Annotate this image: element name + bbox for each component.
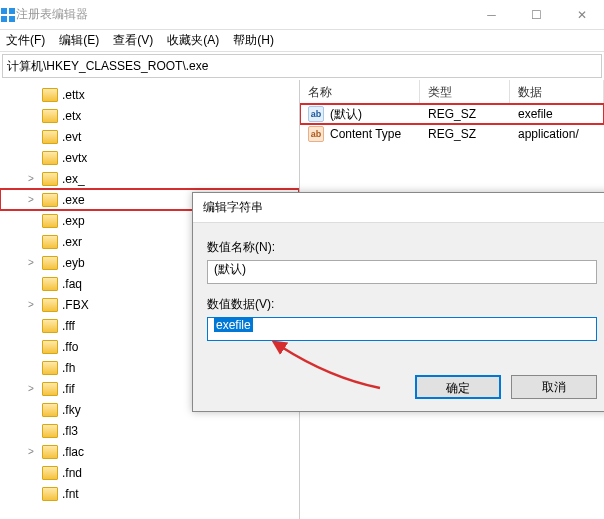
menu-file[interactable]: 文件(F) [6, 32, 45, 49]
folder-icon [42, 88, 58, 102]
folder-icon [42, 109, 58, 123]
edit-string-dialog: 编辑字符串 数值名称(N): (默认) 数值数据(V): exefile 确定 … [192, 192, 604, 412]
minimize-button[interactable]: ─ [469, 0, 514, 30]
tree-item[interactable]: >.flac [0, 441, 299, 462]
dialog-buttons: 确定 取消 [415, 375, 597, 399]
tree-item-label: .evtx [62, 151, 87, 165]
tree-item-label: .exp [62, 214, 85, 228]
value-type: REG_SZ [420, 127, 510, 141]
tree-item-label: .etx [62, 109, 81, 123]
chevron-icon[interactable]: > [26, 173, 36, 184]
chevron-icon[interactable]: > [26, 383, 36, 394]
svg-rect-0 [1, 8, 7, 14]
tree-item[interactable]: .evt [0, 126, 299, 147]
folder-icon [42, 214, 58, 228]
value-name: Content Type [328, 127, 420, 141]
tree-item-label: .ettx [62, 88, 85, 102]
folder-icon [42, 235, 58, 249]
tree-item-label: .FBX [62, 298, 89, 312]
string-icon: ab [308, 126, 324, 142]
tree-item[interactable]: .fnt [0, 483, 299, 504]
tree-item-label: .ex_ [62, 172, 85, 186]
folder-icon [42, 130, 58, 144]
menu-help[interactable]: 帮助(H) [233, 32, 274, 49]
folder-icon [42, 256, 58, 270]
folder-icon [42, 277, 58, 291]
app-icon [0, 7, 16, 23]
value-name-input[interactable]: (默认) [207, 260, 597, 284]
string-icon: ab [308, 106, 324, 122]
svg-rect-1 [9, 8, 15, 14]
tree-item[interactable]: >.ex_ [0, 168, 299, 189]
tree-item-label: .evt [62, 130, 81, 144]
tree-item-label: .fky [62, 403, 81, 417]
folder-icon [42, 382, 58, 396]
tree-item-label: .eyb [62, 256, 85, 270]
menu-view[interactable]: 查看(V) [113, 32, 153, 49]
tree-item-label: .exr [62, 235, 82, 249]
folder-icon [42, 319, 58, 333]
value-name-label: 数值名称(N): [207, 239, 597, 256]
value-row[interactable]: abContent TypeREG_SZapplication/ [300, 124, 604, 144]
value-data: exefile [510, 107, 604, 121]
titlebar: 注册表编辑器 ─ ☐ ✕ [0, 0, 604, 30]
folder-icon [42, 298, 58, 312]
value-data-label: 数值数据(V): [207, 296, 597, 313]
values-header: 名称 类型 数据 [300, 80, 604, 104]
folder-icon [42, 424, 58, 438]
folder-icon [42, 466, 58, 480]
dialog-title: 编辑字符串 [193, 193, 604, 223]
col-type[interactable]: 类型 [420, 80, 510, 103]
tree-item-label: .fh [62, 361, 75, 375]
folder-icon [42, 151, 58, 165]
value-type: REG_SZ [420, 107, 510, 121]
folder-icon [42, 487, 58, 501]
address-bar[interactable]: 计算机\HKEY_CLASSES_ROOT\.exe [2, 54, 602, 78]
address-text: 计算机\HKEY_CLASSES_ROOT\.exe [7, 58, 208, 75]
value-data: application/ [510, 127, 604, 141]
menu-favorites[interactable]: 收藏夹(A) [167, 32, 219, 49]
ok-button[interactable]: 确定 [415, 375, 501, 399]
tree-item-label: .flac [62, 445, 84, 459]
values-body: ab(默认)REG_SZexefileabContent TypeREG_SZa… [300, 104, 604, 144]
folder-icon [42, 193, 58, 207]
folder-icon [42, 172, 58, 186]
maximize-button[interactable]: ☐ [514, 0, 559, 30]
tree-item-label: .fnt [62, 487, 79, 501]
tree-item[interactable]: .ettx [0, 84, 299, 105]
col-data[interactable]: 数据 [510, 80, 604, 103]
chevron-icon[interactable]: > [26, 299, 36, 310]
tree-item[interactable]: .etx [0, 105, 299, 126]
cancel-button[interactable]: 取消 [511, 375, 597, 399]
chevron-icon[interactable]: > [26, 257, 36, 268]
col-name[interactable]: 名称 [300, 80, 420, 103]
svg-rect-2 [1, 16, 7, 22]
dialog-body: 数值名称(N): (默认) 数值数据(V): exefile [193, 223, 604, 351]
folder-icon [42, 403, 58, 417]
tree-item-label: .fl3 [62, 424, 78, 438]
window-title: 注册表编辑器 [16, 6, 469, 23]
close-button[interactable]: ✕ [559, 0, 604, 30]
window-buttons: ─ ☐ ✕ [469, 0, 604, 30]
tree-item-label: .fff [62, 319, 75, 333]
tree-item-label: .fnd [62, 466, 82, 480]
tree-item-label: .ffo [62, 340, 78, 354]
folder-icon [42, 340, 58, 354]
value-data-text: exefile [214, 318, 253, 332]
chevron-icon[interactable]: > [26, 194, 36, 205]
svg-rect-3 [9, 16, 15, 22]
folder-icon [42, 361, 58, 375]
value-name: (默认) [328, 106, 420, 123]
menu-edit[interactable]: 编辑(E) [59, 32, 99, 49]
tree-item-label: .exe [62, 193, 85, 207]
tree-item-label: .fif [62, 382, 75, 396]
tree-item[interactable]: .fl3 [0, 420, 299, 441]
value-name-text: (默认) [214, 262, 246, 276]
tree-item-label: .faq [62, 277, 82, 291]
value-data-input[interactable]: exefile [207, 317, 597, 341]
folder-icon [42, 445, 58, 459]
value-row[interactable]: ab(默认)REG_SZexefile [300, 104, 604, 124]
chevron-icon[interactable]: > [26, 446, 36, 457]
tree-item[interactable]: .fnd [0, 462, 299, 483]
tree-item[interactable]: .evtx [0, 147, 299, 168]
